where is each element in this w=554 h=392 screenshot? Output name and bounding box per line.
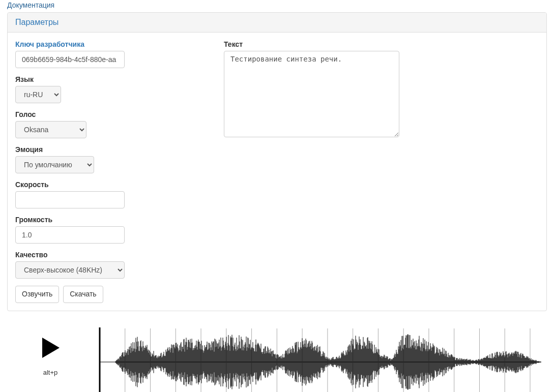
download-button[interactable]: Скачать (63, 286, 103, 303)
quality-label: Качество (15, 251, 193, 259)
dev-key-input[interactable] (15, 51, 125, 68)
speak-button[interactable]: Озвучить (15, 286, 59, 303)
lang-select[interactable]: ru-RU (15, 86, 61, 103)
voice-select[interactable]: Oksana (15, 121, 86, 138)
text-label: Текст (224, 40, 539, 48)
panel-title: Параметры (8, 13, 546, 33)
waveform-area: тестированиесинтезаречи. 0.000.100.200.3… (94, 326, 547, 392)
speed-label: Скорость (15, 180, 193, 189)
lang-label: Язык (15, 75, 193, 83)
waveform-svg[interactable] (94, 326, 546, 392)
volume-label: Громкость (15, 216, 193, 224)
text-textarea[interactable] (224, 51, 399, 137)
audio-area: alt+p тестированиесинтезаречи. 0.000.100… (7, 326, 547, 392)
emotion-label: Эмоция (15, 145, 193, 154)
voice-label: Голос (15, 110, 193, 118)
panel-body: Ключ разработчика Язык ru-RU Голос Oksan… (8, 33, 546, 311)
volume-input[interactable] (15, 226, 125, 244)
dev-key-label: Ключ разработчика (15, 40, 193, 48)
documentation-link[interactable]: Документация (0, 0, 54, 11)
play-shortcut: alt+p (7, 369, 94, 376)
emotion-select[interactable]: По умолчанию (15, 156, 94, 173)
parameters-panel: Параметры Ключ разработчика Язык ru-RU Г… (7, 12, 547, 311)
play-icon (39, 337, 62, 359)
svg-marker-0 (42, 338, 60, 358)
speed-input[interactable] (15, 191, 125, 208)
quality-select[interactable]: Сверх-высокое (48KHz) (15, 261, 125, 279)
play-button[interactable] (39, 337, 62, 359)
